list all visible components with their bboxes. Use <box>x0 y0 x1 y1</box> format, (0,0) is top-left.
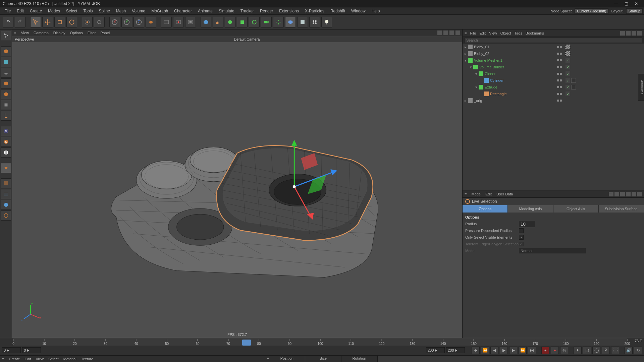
object-name[interactable]: Cylinder <box>490 78 555 82</box>
redo-button[interactable] <box>15 17 25 27</box>
uv-mode-button[interactable]: L <box>1 111 11 121</box>
playhead[interactable] <box>242 340 251 346</box>
tree-row[interactable]: ▸Bioby_02 <box>463 50 644 57</box>
expand-icon[interactable]: ▸ <box>465 99 468 103</box>
tree-row[interactable]: Cylinder✓ <box>463 77 644 84</box>
timeline-end-field[interactable] <box>426 347 445 353</box>
menu-spline[interactable]: Spline <box>96 9 113 13</box>
view-menu-view[interactable]: View <box>21 31 29 35</box>
expand-icon[interactable]: ▸ <box>465 52 468 56</box>
generator-button[interactable] <box>225 17 235 27</box>
obj-search-icon[interactable] <box>620 31 625 36</box>
timeline-current-field[interactable] <box>22 347 41 353</box>
expand-icon[interactable]: ▾ <box>470 65 473 69</box>
hamburger-icon[interactable]: ≡ <box>465 192 467 196</box>
gourad-button[interactable] <box>1 200 11 210</box>
attr-new-icon[interactable] <box>632 192 636 196</box>
polygon-mode-button[interactable] <box>1 100 11 110</box>
obj-menu-object[interactable]: Object <box>500 31 511 35</box>
environment-button[interactable] <box>249 17 260 27</box>
view-pan-icon[interactable] <box>449 31 454 35</box>
tree-row[interactable]: ▾Extrude✓ <box>463 84 644 90</box>
menu-volume[interactable]: Volume <box>129 9 148 13</box>
tree-row[interactable]: ▾Volume Mesher.1✓ <box>463 57 644 64</box>
goto-end-button[interactable]: ⏭ <box>528 347 536 354</box>
view-menu-display[interactable]: Display <box>53 31 65 35</box>
attr-menu-edit[interactable]: Edit <box>485 192 492 196</box>
menu-help[interactable]: Help <box>369 9 383 13</box>
workplane-button[interactable] <box>1 163 11 173</box>
close-button[interactable]: ✕ <box>631 1 641 6</box>
menu-tracker[interactable]: Tracker <box>237 9 257 13</box>
visibility-dots[interactable] <box>555 86 564 88</box>
visibility-dots[interactable] <box>555 100 564 102</box>
camera-button[interactable] <box>261 17 272 27</box>
minimize-button[interactable]: — <box>611 1 621 6</box>
visibility-dots[interactable] <box>555 73 564 75</box>
obj-search-input[interactable] <box>465 38 642 43</box>
attr-menu-mode[interactable]: Mode <box>471 192 481 196</box>
expand-icon[interactable]: ▾ <box>475 85 479 89</box>
mat-menu-edit[interactable]: Edit <box>24 357 31 361</box>
y-axis-toggle[interactable]: Y <box>121 17 132 27</box>
tree-row[interactable]: ▾Volume Builder✓ <box>463 64 644 70</box>
object-mode-button[interactable] <box>1 46 11 56</box>
view-menu-panel[interactable]: Panel <box>100 31 110 35</box>
right-docked-tab[interactable]: Attributes <box>638 74 644 101</box>
expand-icon[interactable]: ▾ <box>465 58 468 63</box>
pressure-checkbox[interactable] <box>519 228 524 233</box>
attr-lock-icon[interactable] <box>620 192 625 196</box>
expand-icon[interactable]: ▸ <box>465 45 468 49</box>
render-settings-button[interactable] <box>185 17 196 27</box>
scale-tool[interactable] <box>54 17 65 27</box>
obj-menu-tags[interactable]: Tags <box>515 31 522 35</box>
menu-mograph[interactable]: MoGraph <box>148 9 171 13</box>
timeline-start-field[interactable] <box>2 347 21 353</box>
menu-xparticles[interactable]: X-Particles <box>302 9 327 13</box>
key-rot-button[interactable]: ◯ <box>592 347 600 354</box>
mat-menu-texture[interactable]: Texture <box>81 357 93 361</box>
object-name[interactable]: Volume Builder <box>479 65 555 69</box>
visibility-dots[interactable] <box>555 59 564 61</box>
goto-start-button[interactable]: ⏮ <box>472 347 480 354</box>
expand-icon[interactable]: ▾ <box>475 72 479 76</box>
axis-lock-tool[interactable] <box>94 17 105 27</box>
snap3d-button[interactable]: S <box>1 147 11 158</box>
tree-row[interactable]: ▸Bioby_01 <box>463 44 644 50</box>
visible-checkbox[interactable] <box>519 235 524 240</box>
next-key-button[interactable]: ⏩ <box>519 347 527 354</box>
view-nav-icon[interactable] <box>437 31 442 35</box>
obj-filter-icon[interactable] <box>626 31 631 36</box>
hamburger-icon[interactable]: ≡ <box>465 31 467 35</box>
light-button[interactable] <box>273 17 284 27</box>
object-name[interactable]: Rectangle <box>490 92 555 96</box>
mat-menu-create[interactable]: Create <box>9 357 20 361</box>
tick-tag[interactable]: ✓ <box>566 71 570 76</box>
node-space-dropdown[interactable]: Current (Redshift) <box>575 8 608 14</box>
volume-button[interactable] <box>285 17 296 27</box>
tab-modeling-axis[interactable]: Modeling Axis <box>508 205 553 213</box>
obj-menu-file[interactable]: File <box>470 31 476 35</box>
menu-file[interactable]: File <box>1 9 14 13</box>
move-tool[interactable] <box>42 17 53 27</box>
attr-filter-icon[interactable] <box>626 192 631 196</box>
obj-menu-edit[interactable]: Edit <box>479 31 486 35</box>
menu-window[interactable]: Window <box>348 9 369 13</box>
visibility-dots[interactable] <box>555 66 564 68</box>
menu-modes[interactable]: Modes <box>45 9 63 13</box>
attr-fwd-icon[interactable] <box>614 192 619 196</box>
visibility-dots[interactable] <box>555 79 564 81</box>
hamburger-icon[interactable]: ≡ <box>2 357 4 361</box>
select-tool[interactable] <box>30 17 41 27</box>
prev-key-button[interactable]: ⏪ <box>481 347 489 354</box>
field-button[interactable] <box>297 17 308 27</box>
viewport-3d[interactable]: y x z FPS : 372.7 <box>12 42 462 338</box>
obj-eye-icon[interactable] <box>637 31 642 36</box>
object-name[interactable]: Cloner <box>485 72 555 76</box>
tab-subdivision[interactable]: Subdivision Surface <box>599 205 644 213</box>
render-view-button[interactable] <box>161 17 172 27</box>
menu-extensions[interactable]: Extensions <box>276 9 302 13</box>
rotate-tool[interactable] <box>66 17 77 27</box>
workplane-mode-button[interactable] <box>1 68 11 78</box>
menu-animate[interactable]: Animate <box>195 9 216 13</box>
